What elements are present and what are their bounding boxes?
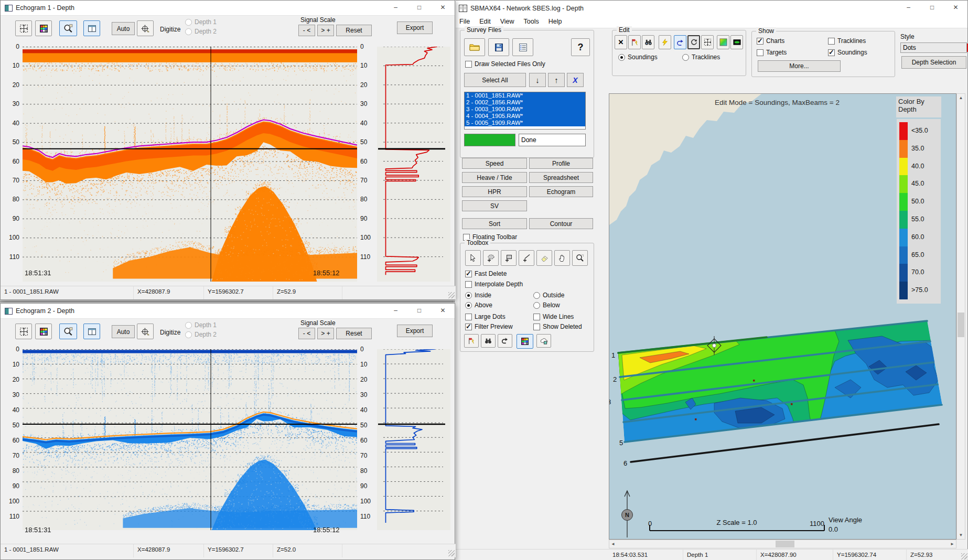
inside-radio[interactable]: Inside: [465, 292, 491, 299]
close-button[interactable]: ✕: [944, 1, 967, 15]
reset-button[interactable]: Reset: [336, 25, 372, 36]
select-tool-button[interactable]: [465, 250, 481, 266]
auto-button[interactable]: Auto: [112, 22, 135, 35]
color-table-button[interactable]: [35, 20, 52, 36]
export-button[interactable]: Export: [397, 21, 433, 34]
line-tool-button[interactable]: [519, 250, 534, 266]
checkbox[interactable]: [757, 49, 763, 56]
checkbox[interactable]: [465, 281, 472, 288]
checkbox[interactable]: [465, 314, 472, 320]
zoom-extents-button[interactable]: [701, 35, 714, 49]
panel-button-echogram[interactable]: Echogram: [529, 186, 593, 197]
close-button[interactable]: ✕: [431, 1, 455, 15]
minimize-button[interactable]: –: [384, 1, 407, 15]
map-view[interactable]: 12356N Edit Mode = Soundings, MaxBeams =…: [609, 93, 956, 540]
scroll-thumb[interactable]: [776, 541, 794, 547]
panel-button-contour[interactable]: Contour: [529, 218, 593, 229]
color-table-button[interactable]: [35, 324, 52, 339]
survey-file-item[interactable]: 3 - 0003_1900.RAW*: [465, 106, 585, 113]
echogram-plot[interactable]: [23, 349, 357, 530]
move-up-button[interactable]: ↑: [548, 73, 565, 87]
export-button[interactable]: Export: [397, 325, 433, 337]
cloud-save-button[interactable]: [536, 334, 551, 348]
survey-file-item[interactable]: 2 - 0002_1856.RAW*: [465, 99, 585, 106]
save-button[interactable]: [488, 38, 509, 56]
maximize-button[interactable]: □: [407, 304, 431, 318]
menu-edit[interactable]: Edit: [475, 16, 496, 27]
menu-file[interactable]: File: [455, 16, 475, 27]
minimize-button[interactable]: –: [897, 1, 920, 15]
below-radio[interactable]: Below: [533, 301, 560, 309]
delete-soundings-button[interactable]: ✕: [615, 35, 627, 49]
undo-button[interactable]: [674, 35, 686, 49]
show-tracklines-checkbox[interactable]: Tracklines: [828, 37, 866, 45]
signal-scale-decrease-button[interactable]: - <: [298, 25, 315, 36]
above-radio[interactable]: Above: [465, 301, 492, 309]
more-button[interactable]: More...: [758, 60, 841, 72]
delete-file-button[interactable]: X: [567, 73, 584, 87]
digitize-tool-button[interactable]: [137, 20, 154, 36]
maximize-button[interactable]: □: [407, 1, 431, 15]
edit-tracklines-radio[interactable]: Tracklines: [682, 53, 720, 61]
pan-tool-button[interactable]: [554, 250, 570, 266]
color-fill-button[interactable]: [717, 35, 729, 49]
scroll-left-icon[interactable]: ◄: [611, 542, 615, 546]
large-dots-checkbox[interactable]: Large Dots: [465, 313, 505, 320]
select-all-button[interactable]: Select All: [464, 73, 526, 87]
zoom-tool-button[interactable]: [572, 250, 588, 266]
radio[interactable]: [465, 302, 472, 309]
show-deleted-checkbox[interactable]: Show Deleted: [533, 323, 582, 330]
signal-scale-increase-button[interactable]: > +: [317, 328, 334, 339]
show-soundings-checkbox[interactable]: Soundings: [828, 49, 867, 56]
radio[interactable]: [185, 331, 192, 338]
radio[interactable]: [185, 28, 192, 35]
outside-radio[interactable]: Outside: [533, 292, 564, 299]
scroll-up-icon[interactable]: ▲: [957, 95, 965, 100]
echogram2-titlebar[interactable]: Echogram 2 - Depth – □ ✕: [1, 304, 455, 319]
fast-delete-checkbox[interactable]: Fast Delete: [465, 270, 507, 277]
panel-button-sort[interactable]: Sort: [462, 218, 527, 229]
zoom-extents-button[interactable]: [15, 20, 32, 36]
survey-file-item[interactable]: 4 - 0004_1905.RAW*: [465, 113, 585, 120]
resize-grip[interactable]: [448, 292, 455, 298]
checkbox[interactable]: [828, 38, 835, 45]
checkbox[interactable]: [465, 61, 472, 68]
draw-selected-checkbox[interactable]: Draw Selected Files Only: [465, 60, 545, 68]
style-select[interactable]: Dots: [900, 42, 967, 53]
radio[interactable]: [185, 322, 192, 329]
depth1-radio[interactable]: Depth 1: [185, 18, 217, 26]
minimize-button[interactable]: –: [384, 304, 407, 318]
auto-filter-button[interactable]: [659, 35, 671, 49]
zoom-lock-button[interactable]: [59, 20, 77, 36]
edit-soundings-radio[interactable]: Soundings: [618, 53, 658, 61]
menu-help[interactable]: Help: [544, 16, 567, 27]
radio[interactable]: [465, 292, 472, 299]
radio[interactable]: [185, 19, 192, 26]
reset-button[interactable]: Reset: [336, 328, 372, 339]
maximize-button[interactable]: □: [920, 1, 944, 15]
scroll-thumb[interactable]: [958, 313, 964, 337]
radio[interactable]: [533, 302, 540, 309]
filter-preview-checkbox[interactable]: Filter Preview: [465, 323, 513, 330]
close-button[interactable]: ✕: [431, 304, 455, 318]
search-button[interactable]: [642, 35, 654, 49]
map-vertical-scrollbar[interactable]: ▲ ▼: [956, 93, 965, 540]
resize-grip[interactable]: [961, 553, 967, 559]
panel-button-spreadsheet[interactable]: Spreadsheet: [529, 172, 593, 183]
checkbox[interactable]: [533, 324, 540, 330]
eraser-tool-button[interactable]: [536, 250, 552, 266]
scroll-down-icon[interactable]: ▼: [957, 533, 965, 537]
panel-button-heave-tide[interactable]: Heave / Tide: [462, 172, 527, 183]
zoom-extents-button[interactable]: [15, 324, 32, 339]
panel-button-sv[interactable]: SV: [462, 200, 527, 211]
show-targets-checkbox[interactable]: Targets: [757, 49, 787, 56]
menu-view[interactable]: View: [496, 16, 519, 27]
auto-button[interactable]: Auto: [112, 325, 135, 338]
depth2-radio[interactable]: Depth 2: [185, 331, 217, 338]
checkbox[interactable]: [828, 49, 835, 56]
signal-scale-decrease-button[interactable]: - <: [298, 328, 315, 339]
echogram-plot[interactable]: [23, 47, 357, 282]
search-soundings-button[interactable]: [481, 334, 496, 348]
matrix-view-button[interactable]: [730, 35, 743, 49]
signal-profile-panel[interactable]: [377, 47, 450, 282]
